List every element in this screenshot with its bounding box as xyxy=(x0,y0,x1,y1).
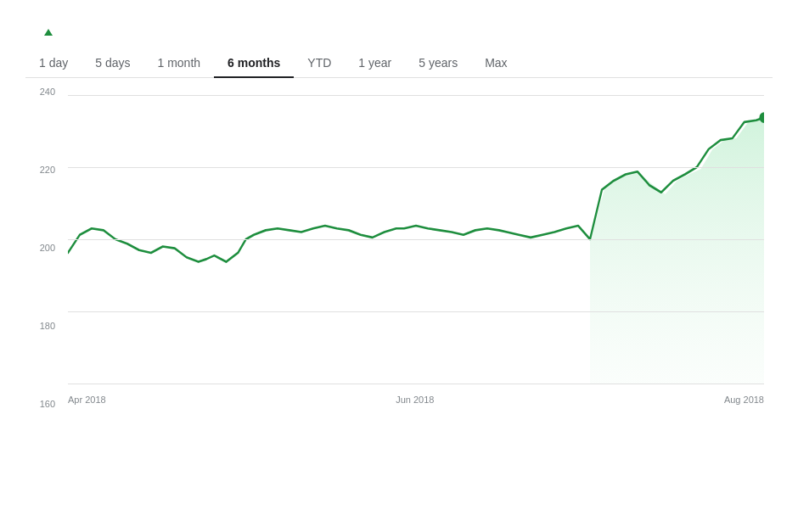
tab-6months[interactable]: 6 months xyxy=(214,49,294,78)
tab-5days[interactable]: 5 days xyxy=(81,49,143,78)
tab-5years[interactable]: 5 years xyxy=(405,49,471,78)
price-change xyxy=(42,24,53,39)
grid-line-220 xyxy=(68,167,764,168)
x-label-aug: Aug 2018 xyxy=(724,395,764,405)
time-range-tabs: 1 day5 days1 month6 monthsYTD1 year5 yea… xyxy=(25,49,773,78)
tab-1day[interactable]: 1 day xyxy=(25,49,81,78)
x-axis-labels: Apr 2018 Jun 2018 Aug 2018 xyxy=(68,395,764,405)
tab-1year[interactable]: 1 year xyxy=(345,49,405,78)
y-label-200: 200 xyxy=(25,243,59,253)
y-label-160: 160 xyxy=(25,399,59,409)
arrow-up-icon xyxy=(44,29,53,36)
x-label-jun: Jun 2018 xyxy=(396,395,434,405)
tab-ytd[interactable]: YTD xyxy=(294,49,345,78)
grid-line-180 xyxy=(68,311,764,312)
chart-area xyxy=(68,95,764,384)
tab-max[interactable]: Max xyxy=(471,49,520,78)
y-label-220: 220 xyxy=(25,165,59,175)
x-label-apr: Apr 2018 xyxy=(68,395,106,405)
chart-fill-area xyxy=(590,118,764,384)
price-row xyxy=(25,24,773,39)
y-axis: 240220200180160 xyxy=(25,87,59,409)
market-summary-header xyxy=(25,24,773,39)
chart-container: 240220200180160 Apr 2018 Jun 2018 xyxy=(25,87,773,409)
grid-line-200 xyxy=(68,239,764,240)
y-label-180: 180 xyxy=(25,321,59,331)
grid-line-160 xyxy=(68,384,764,384)
tab-1month[interactable]: 1 month xyxy=(144,49,215,78)
grid-line-240 xyxy=(68,95,764,96)
y-label-240: 240 xyxy=(25,87,59,97)
